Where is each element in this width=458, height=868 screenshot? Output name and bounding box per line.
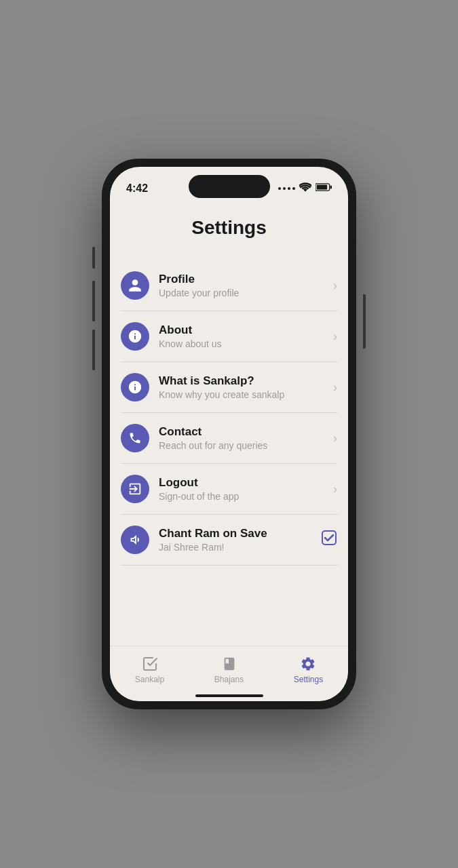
wifi-icon [299, 182, 311, 195]
chant-item[interactable]: Chant Ram on Save Jai Shree Ram! [121, 515, 337, 566]
profile-title: Profile [159, 273, 333, 286]
about-text: About Know about us [159, 323, 333, 349]
phone-screen: 4:42 [110, 167, 348, 701]
about-icon [121, 322, 149, 351]
contact-subtitle: Reach out for any queries [159, 440, 333, 451]
volume-down-button [92, 330, 95, 370]
notch [189, 175, 270, 198]
contact-text: Contact Reach out for any queries [159, 425, 333, 451]
logout-subtitle: Sign-out of the app [159, 491, 333, 502]
chant-icon [121, 526, 149, 554]
contact-icon [121, 424, 149, 452]
logout-icon [121, 475, 149, 503]
battery-icon [316, 182, 332, 195]
svg-rect-1 [317, 185, 327, 190]
page-title: Settings [110, 201, 348, 260]
power-button [363, 294, 366, 349]
sankalp-info-item[interactable]: What is Sankalp? Know why you create san… [121, 362, 337, 413]
about-chevron-icon: › [333, 330, 337, 344]
status-time: 4:42 [126, 182, 148, 195]
profile-item[interactable]: Profile Update your profile › [121, 260, 337, 311]
about-subtitle: Know about us [159, 338, 333, 349]
bottom-nav: Sankalp Bhajans Settings [110, 646, 348, 701]
nav-sankalp-label: Sankalp [135, 675, 164, 684]
sankalp-info-chevron-icon: › [333, 380, 337, 395]
volume-mute-button [92, 247, 95, 269]
chant-text: Chant Ram on Save Jai Shree Ram! [159, 527, 321, 553]
logout-title: Logout [159, 476, 333, 490]
settings-nav-icon [300, 656, 316, 672]
about-title: About [159, 323, 333, 337]
sankalp-nav-icon [142, 656, 158, 672]
volume-up-button [92, 281, 95, 321]
logout-chevron-icon: › [333, 482, 337, 496]
logout-text: Logout Sign-out of the app [159, 476, 333, 502]
sankalp-info-icon [121, 373, 149, 401]
status-icons [278, 182, 332, 195]
logout-item[interactable]: Logout Sign-out of the app › [121, 464, 337, 515]
contact-item[interactable]: Contact Reach out for any queries › [121, 413, 337, 464]
contact-chevron-icon: › [333, 431, 337, 446]
home-indicator [195, 694, 263, 697]
profile-subtitle: Update your profile [159, 288, 333, 298]
settings-list: Profile Update your profile › About Know [110, 260, 348, 566]
chant-title: Chant Ram on Save [159, 527, 321, 540]
bhajans-nav-icon [221, 656, 237, 672]
sankalp-info-text: What is Sankalp? Know why you create san… [159, 374, 333, 400]
nav-bhajans-label: Bhajans [214, 675, 244, 684]
chant-checkbox-icon[interactable] [321, 530, 337, 550]
chant-subtitle: Jai Shree Ram! [159, 542, 321, 553]
signal-dots-icon [278, 187, 295, 190]
svg-rect-2 [330, 185, 332, 189]
sankalp-info-title: What is Sankalp? [159, 374, 333, 388]
sankalp-info-subtitle: Know why you create sankalp [159, 389, 333, 400]
about-item[interactable]: About Know about us › [121, 311, 337, 362]
phone-frame: 4:42 [102, 159, 356, 709]
profile-text: Profile Update your profile [159, 273, 333, 298]
nav-settings-label: Settings [294, 675, 323, 684]
profile-icon [121, 271, 149, 300]
page-content: Settings Profile Update your profile › [110, 201, 348, 701]
nav-sankalp[interactable]: Sankalp [135, 656, 164, 684]
profile-chevron-icon: › [333, 279, 337, 293]
contact-title: Contact [159, 425, 333, 439]
nav-settings[interactable]: Settings [294, 656, 323, 684]
nav-bhajans[interactable]: Bhajans [214, 656, 244, 684]
